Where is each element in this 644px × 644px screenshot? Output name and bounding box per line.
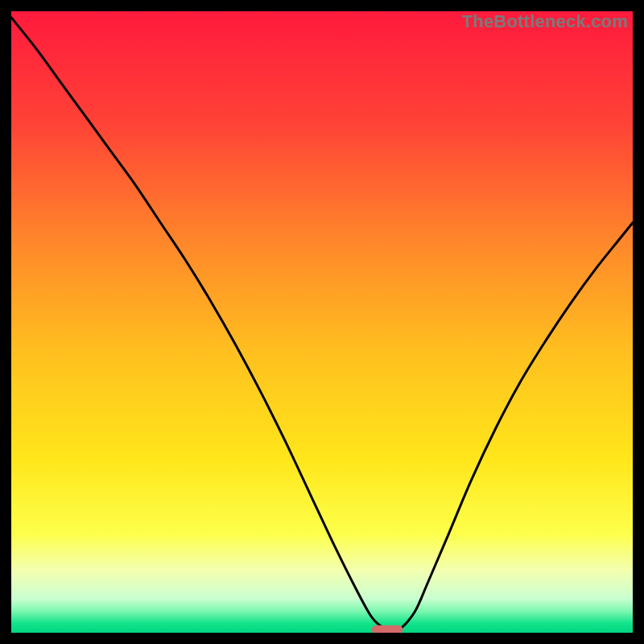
chart-frame: TheBottleneck.com <box>11 11 633 633</box>
watermark-label: TheBottleneck.com <box>462 11 628 32</box>
bottleneck-chart <box>11 11 633 633</box>
gradient-background <box>11 11 633 633</box>
optimal-marker <box>372 625 403 633</box>
